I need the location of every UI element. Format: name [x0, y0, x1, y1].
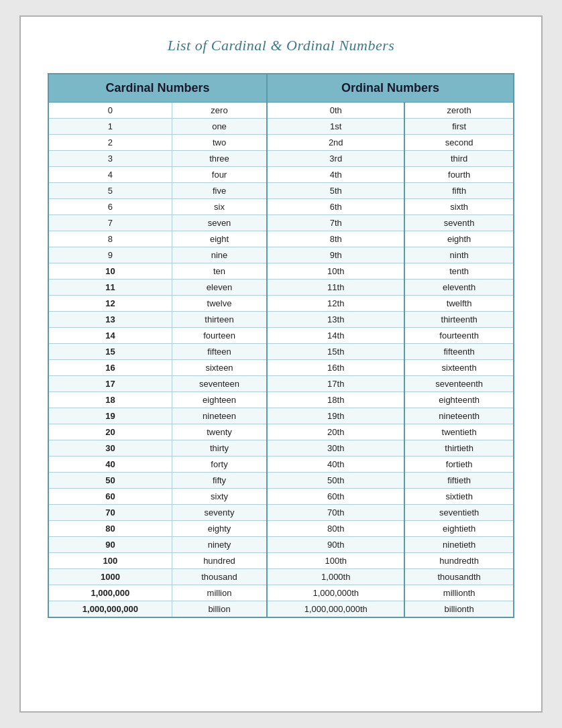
- table-row: 50 fifty 50th fiftieth: [48, 473, 514, 489]
- cardinal-header: Cardinal Numbers: [48, 74, 267, 103]
- cardinal-word: three: [172, 151, 267, 167]
- ordinal-word: eighth: [404, 231, 514, 247]
- cardinal-number: 3: [48, 151, 172, 167]
- cardinal-number: 17: [48, 376, 172, 392]
- cardinal-number: 13: [48, 312, 172, 328]
- cardinal-word: thirty: [172, 440, 267, 457]
- ordinal-abbr: 15th: [267, 344, 404, 360]
- ordinal-word: sixteenth: [404, 360, 514, 376]
- cardinal-word: fourteen: [172, 328, 267, 344]
- table-row: 14 fourteen 14th fourteenth: [48, 328, 514, 344]
- ordinal-word: billionth: [404, 601, 514, 618]
- cardinal-word: million: [172, 585, 267, 601]
- ordinal-abbr: 7th: [267, 215, 404, 231]
- cardinal-number: 80: [48, 521, 172, 537]
- ordinal-word: nineteenth: [404, 408, 514, 424]
- page: List of Cardinal & Ordinal Numbers Cardi…: [19, 15, 543, 713]
- ordinal-word: fifteenth: [404, 344, 514, 360]
- cardinal-number: 19: [48, 408, 172, 424]
- cardinal-number: 8: [48, 231, 172, 247]
- ordinal-word: eleventh: [404, 280, 514, 296]
- table-row: 11 eleven 11th eleventh: [48, 280, 514, 296]
- cardinal-word: eleven: [172, 280, 267, 296]
- ordinal-abbr: 5th: [267, 183, 404, 199]
- cardinal-word: hundred: [172, 553, 267, 569]
- cardinal-word: one: [172, 119, 267, 135]
- cardinal-number: 60: [48, 489, 172, 505]
- cardinal-word: ten: [172, 263, 267, 280]
- ordinal-abbr: 16th: [267, 360, 404, 376]
- cardinal-number: 1: [48, 119, 172, 135]
- table-row: 8 eight 8th eighth: [48, 231, 514, 247]
- ordinal-word: fortieth: [404, 457, 514, 473]
- cardinal-word: thousand: [172, 569, 267, 585]
- cardinal-number: 16: [48, 360, 172, 376]
- ordinal-abbr: 1,000,000,000th: [267, 601, 404, 618]
- table-row: 40 forty 40th fortieth: [48, 457, 514, 473]
- table-row: 100 hundred 100th hundredth: [48, 553, 514, 569]
- page-title: List of Cardinal & Ordinal Numbers: [168, 37, 395, 54]
- cardinal-number: 6: [48, 199, 172, 215]
- cardinal-number: 1,000,000: [48, 585, 172, 601]
- cardinal-word: fifty: [172, 473, 267, 489]
- numbers-table: Cardinal Numbers Ordinal Numbers 0 zero …: [48, 73, 514, 618]
- table-row: 16 sixteen 16th sixteenth: [48, 360, 514, 376]
- ordinal-word: thirteenth: [404, 312, 514, 328]
- ordinal-word: first: [404, 119, 514, 135]
- cardinal-word: eighteen: [172, 392, 267, 408]
- ordinal-abbr: 20th: [267, 424, 404, 440]
- ordinal-word: hundredth: [404, 553, 514, 569]
- cardinal-word: nineteen: [172, 408, 267, 424]
- cardinal-number: 20: [48, 424, 172, 440]
- ordinal-abbr: 60th: [267, 489, 404, 505]
- cardinal-word: thirteen: [172, 312, 267, 328]
- ordinal-abbr: 13th: [267, 312, 404, 328]
- cardinal-word: seven: [172, 215, 267, 231]
- cardinal-number: 70: [48, 505, 172, 521]
- table-row: 3 three 3rd third: [48, 151, 514, 167]
- ordinal-abbr: 30th: [267, 440, 404, 457]
- ordinal-abbr: 70th: [267, 505, 404, 521]
- cardinal-number: 9: [48, 247, 172, 263]
- cardinal-word: seventy: [172, 505, 267, 521]
- cardinal-number: 30: [48, 440, 172, 457]
- table-row: 12 twelve 12th twelfth: [48, 296, 514, 312]
- ordinal-word: millionth: [404, 585, 514, 601]
- table-row: 2 two 2nd second: [48, 135, 514, 151]
- ordinal-abbr: 18th: [267, 392, 404, 408]
- table-row: 70 seventy 70th seventieth: [48, 505, 514, 521]
- ordinal-abbr: 1,000th: [267, 569, 404, 585]
- cardinal-number: 5: [48, 183, 172, 199]
- cardinal-number: 12: [48, 296, 172, 312]
- table-row: 1000 thousand 1,000th thousandth: [48, 569, 514, 585]
- ordinal-word: thousandth: [404, 569, 514, 585]
- cardinal-number: 0: [48, 103, 172, 119]
- ordinal-word: thirtieth: [404, 440, 514, 457]
- table-row: 4 four 4th fourth: [48, 167, 514, 183]
- cardinal-word: two: [172, 135, 267, 151]
- cardinal-number: 40: [48, 457, 172, 473]
- table-row: 90 ninety 90th ninetieth: [48, 537, 514, 553]
- cardinal-word: ninety: [172, 537, 267, 553]
- ordinal-word: ninetieth: [404, 537, 514, 553]
- cardinal-number: 18: [48, 392, 172, 408]
- cardinal-number: 1000: [48, 569, 172, 585]
- ordinal-word: eightieth: [404, 521, 514, 537]
- cardinal-number: 15: [48, 344, 172, 360]
- ordinal-word: seventh: [404, 215, 514, 231]
- table-row: 20 twenty 20th twentieth: [48, 424, 514, 440]
- ordinal-abbr: 17th: [267, 376, 404, 392]
- cardinal-word: sixteen: [172, 360, 267, 376]
- ordinal-word: tenth: [404, 263, 514, 280]
- ordinal-word: second: [404, 135, 514, 151]
- cardinal-number: 50: [48, 473, 172, 489]
- ordinal-word: third: [404, 151, 514, 167]
- cardinal-number: 1,000,000,000: [48, 601, 172, 618]
- table-row: 5 five 5th fifth: [48, 183, 514, 199]
- cardinal-word: sixty: [172, 489, 267, 505]
- ordinal-abbr: 19th: [267, 408, 404, 424]
- ordinal-word: twentieth: [404, 424, 514, 440]
- cardinal-number: 100: [48, 553, 172, 569]
- cardinal-number: 7: [48, 215, 172, 231]
- table-row: 18 eighteen 18th eighteenth: [48, 392, 514, 408]
